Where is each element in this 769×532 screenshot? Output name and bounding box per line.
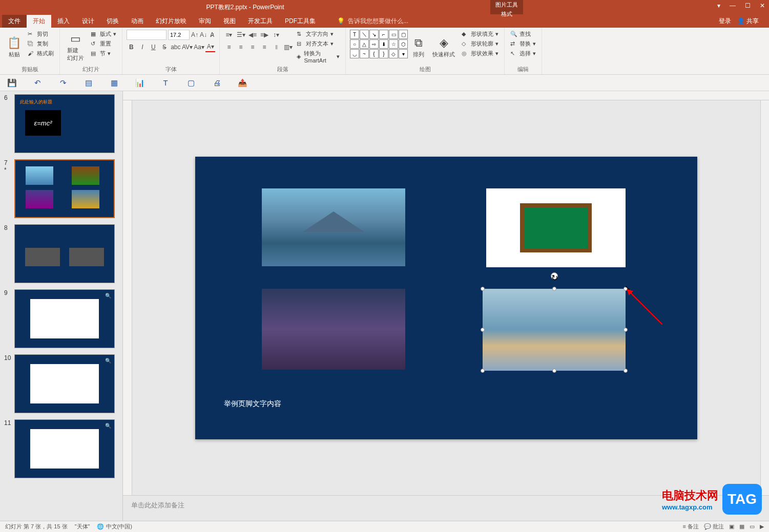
view-slideshow-icon[interactable]: ▶ (760, 523, 764, 530)
resize-handle[interactable] (623, 369, 628, 373)
align-right-button[interactable]: ≡ (247, 42, 258, 52)
share-button[interactable]: 👤 共享 (737, 17, 759, 26)
shape-rounded[interactable]: ▢ (399, 30, 408, 39)
reset-button[interactable]: ↺重置 (89, 39, 118, 48)
close-icon[interactable]: ✕ (760, 2, 765, 9)
shape-text-box[interactable]: T (350, 30, 359, 39)
qat-print-icon[interactable]: 🖨 (211, 77, 222, 89)
resize-handle[interactable] (552, 287, 556, 291)
view-normal-icon[interactable]: ▣ (729, 523, 734, 530)
align-left-button[interactable]: ≡ (224, 42, 234, 52)
language-label[interactable]: 🌐 中文(中国) (97, 523, 132, 530)
shape-effects-button[interactable]: ◎形状效果 ▾ (460, 49, 500, 58)
tab-slideshow[interactable]: 幻灯片放映 (150, 15, 193, 28)
slide-thumbnail-7[interactable] (14, 159, 115, 218)
bold-button[interactable]: B (127, 42, 136, 52)
distribute-button[interactable]: ⫴ (271, 42, 281, 52)
align-text-button[interactable]: ⊟对齐文本 ▾ (295, 39, 341, 48)
increase-indent-button[interactable]: ≡▶ (259, 30, 269, 40)
tab-animation[interactable]: 动画 (125, 15, 150, 28)
format-painter-button[interactable]: 🖌格式刷 (26, 49, 55, 58)
qat-new-slide-icon[interactable]: ▤ (83, 77, 94, 89)
strikethrough-button[interactable]: S̶ (160, 42, 170, 52)
tab-design[interactable]: 设计 (76, 15, 100, 28)
image-lake-selected[interactable]: ↻ ⤡ (483, 289, 626, 371)
underline-button[interactable]: U (149, 42, 158, 52)
resize-handle[interactable] (552, 369, 556, 373)
tell-me[interactable]: 💡 (337, 17, 430, 25)
shape-callout[interactable]: ◇ (389, 49, 398, 58)
align-center-button[interactable]: ≡ (236, 42, 246, 52)
tab-transition[interactable]: 切换 (100, 15, 125, 28)
shape-outline-button[interactable]: ◇形状轮廓 ▾ (460, 39, 500, 48)
shape-fill-button[interactable]: ◆形状填充 ▾ (460, 30, 500, 38)
decrease-indent-button[interactable]: ◀≡ (247, 30, 258, 40)
shape-brace[interactable]: } (379, 49, 388, 58)
maximize-icon[interactable]: ☐ (745, 2, 751, 9)
numbering-button[interactable]: ☰▾ (236, 30, 246, 40)
char-spacing-button[interactable]: AV▾ (182, 42, 192, 52)
section-button[interactable]: ▤节 ▾ (89, 49, 118, 58)
tab-pdf[interactable]: PDF工具集 (279, 15, 322, 28)
shape-down-arrow[interactable]: ⬇ (379, 39, 388, 49)
redo-icon[interactable]: ↷ (57, 77, 69, 89)
rotate-handle-icon[interactable]: ↻ (551, 272, 558, 280)
vertical-scrollbar[interactable] (760, 100, 769, 495)
shape-connector[interactable]: ⌐ (379, 30, 388, 39)
login-button[interactable]: 登录 (719, 17, 731, 26)
shape-hex[interactable]: ⬡ (399, 39, 408, 49)
resize-handle[interactable] (481, 328, 485, 332)
resize-handle[interactable] (481, 287, 485, 291)
save-icon[interactable]: 💾 (6, 77, 17, 89)
ribbon-options-icon[interactable]: ▾ (717, 2, 720, 9)
slide-thumbnail-6[interactable]: 此处输入的标题 ε=mc² (14, 94, 115, 153)
line-spacing-button[interactable]: ↕▾ (271, 30, 281, 40)
qat-chart-icon[interactable]: 📊 (134, 77, 146, 89)
slide-footer-text[interactable]: 举例页脚文字内容 (224, 399, 281, 409)
paste-button[interactable]: 📋 粘贴 (4, 30, 24, 65)
shape-star[interactable]: ☆ (389, 39, 398, 49)
tell-me-input[interactable] (348, 17, 430, 25)
shape-right-arrow[interactable]: ⇨ (369, 39, 379, 49)
shape-oval[interactable]: ○ (350, 39, 359, 49)
zoom-icon[interactable]: 🔍 (105, 423, 111, 429)
slide-thumbnail-9[interactable]: 🔍 (14, 289, 115, 348)
slide-thumbnail-10[interactable]: 🔍 (14, 354, 115, 413)
shape-wave[interactable]: ~ (360, 49, 369, 58)
slide-position[interactable]: 幻灯片 第 7 张，共 15 张 (5, 523, 68, 530)
thumbnail-panel[interactable]: 6 此处输入的标题 ε=mc² 7* 8 9 🔍 10 (0, 91, 123, 521)
slide-canvas[interactable]: ↻ ⤡ 举例页脚文字内容 (132, 100, 760, 495)
image-mountain[interactable] (262, 188, 405, 266)
cut-button[interactable]: ✂剪切 (26, 30, 55, 38)
tab-view[interactable]: 视图 (217, 15, 242, 28)
clear-format-button[interactable]: A̷ (209, 30, 215, 40)
shape-arrow[interactable]: ↘ (369, 30, 379, 39)
copy-button[interactable]: ⿻复制 (26, 39, 55, 48)
view-reading-icon[interactable]: ▭ (750, 523, 755, 530)
change-case-button[interactable]: Aa▾ (194, 42, 204, 52)
image-chalkboard-frame[interactable] (486, 188, 626, 267)
shape-bracket[interactable]: { (369, 49, 379, 58)
qat-text-box-icon[interactable]: T (160, 77, 171, 89)
replace-button[interactable]: ⇄替换 ▾ (509, 39, 537, 48)
text-direction-button[interactable]: ⇅文字方向 ▾ (295, 30, 341, 38)
qat-shape-icon[interactable]: ▢ (185, 77, 197, 89)
shape-line[interactable]: ＼ (360, 30, 369, 39)
columns-button[interactable]: ▥▾ (283, 42, 293, 52)
shape-arc[interactable]: ◡ (350, 49, 359, 58)
view-sorter-icon[interactable]: ▦ (739, 523, 744, 530)
undo-icon[interactable]: ↶ (32, 77, 43, 89)
layout-button[interactable]: ▦版式 ▾ (89, 30, 118, 38)
arrange-button[interactable]: ⧉ 排列 (410, 30, 427, 65)
zoom-icon[interactable]: 🔍 (105, 358, 111, 364)
shape-more[interactable]: ▾ (399, 49, 408, 58)
find-button[interactable]: 🔍查找 (509, 30, 537, 38)
resize-handle[interactable] (481, 369, 485, 373)
font-size-input[interactable] (168, 30, 190, 40)
tab-file[interactable]: 文件 (2, 15, 27, 28)
shape-rectangle[interactable]: ▭ (389, 30, 398, 39)
picture-tools-tab[interactable]: 图片工具 格式 (490, 0, 523, 14)
zoom-icon[interactable]: 🔍 (105, 293, 111, 299)
resize-handle[interactable] (623, 328, 628, 332)
comments-toggle[interactable]: 💬 批注 (704, 523, 724, 530)
